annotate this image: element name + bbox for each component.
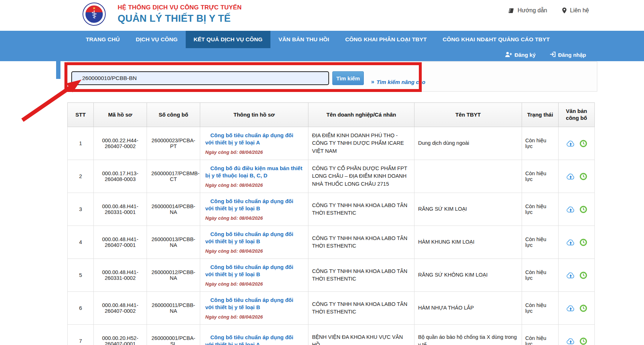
history-icon[interactable] [580, 206, 587, 213]
dossier-link[interactable]: Công bố đủ điều kiện mua bán thiết bị y … [205, 165, 303, 180]
cell-thong-tin: Công bố tiêu chuẩn áp dụng đối với thiết… [200, 259, 308, 292]
site-title: QUẢN LÝ THIẾT BỊ Y TẾ [118, 13, 242, 24]
cloud-download-icon[interactable] [566, 272, 575, 279]
cell-doanh-nghiep: BỆNH VIỆN ĐA KHOA KHU VỰC VÂN HỒ [308, 325, 414, 345]
cell-trang-thai: Còn hiệu lực [522, 325, 559, 345]
table-row: 3000.00.48.H41-260331-0001260000014/PCBB… [68, 193, 595, 226]
search-panel: Tìm kiếm » Tìm kiếm nâng cao [67, 62, 597, 92]
nav-item-1[interactable]: DỊCH VỤ CÔNG [128, 31, 186, 48]
cell-thong-tin: Công bố tiêu chuẩn áp dụng đối với thiết… [200, 193, 308, 226]
header-link-0[interactable]: Hướng dẫn [508, 7, 547, 14]
dossier-link[interactable]: Công bố tiêu chuẩn áp dụng đối với thiết… [205, 334, 303, 345]
search-button[interactable]: Tìm kiếm [332, 71, 364, 85]
account-link-1[interactable]: Đăng nhập [550, 51, 586, 58]
column-header-1: Mã hồ sơ [94, 103, 147, 127]
table-row: 2000.00.17.H13-260408-0003260000017/PCBM… [68, 160, 595, 193]
cell-thong-tin: Công bố tiêu chuẩn áp dụng đối với thiết… [200, 325, 308, 345]
header-links: Hướng dẫnLiên hệ [508, 7, 589, 14]
cloud-download-icon[interactable] [566, 140, 575, 147]
cell-ten-tbyt: HÀM KHUNG KIM LOẠI [414, 226, 522, 259]
blue-edge-decoration [56, 61, 60, 79]
dossier-link[interactable]: Công bố tiêu chuẩn áp dụng đối với thiết… [205, 296, 303, 311]
cloud-download-icon[interactable] [566, 206, 575, 213]
cell-van-ban [559, 127, 595, 160]
cell-stt: 4 [68, 226, 94, 259]
cell-ten-tbyt: Bộ quần áo bảo hộ chống tia X dùng trong… [414, 325, 522, 345]
advanced-search-label: Tìm kiếm nâng cao [376, 79, 425, 85]
publish-date: Ngày công bố: 08/04/2026 [205, 182, 303, 188]
column-header-3: Thông tin hồ sơ [200, 103, 308, 127]
column-header-2: Số công bố [147, 103, 200, 127]
cloud-download-icon[interactable] [566, 338, 575, 345]
user-plus-icon [505, 51, 512, 58]
column-header-4: Tên doanh nghiệp/Cá nhân [308, 103, 414, 127]
nav-item-4[interactable]: CÔNG KHAI PHÂN LOẠI TBYT [337, 31, 434, 48]
book-icon [508, 8, 514, 14]
cell-stt: 3 [68, 193, 94, 226]
cell-van-ban [559, 193, 595, 226]
advanced-search-link[interactable]: » Tìm kiếm nâng cao [371, 79, 425, 85]
cell-doanh-nghiep: CÔNG TY TNHH NHA KHOA LABO TÂN THỜI ESTH… [308, 193, 414, 226]
cloud-download-icon[interactable] [566, 239, 575, 246]
cell-so-cong-bo: 260000014/PCBB-NA [147, 193, 200, 226]
dossier-link[interactable]: Công bố tiêu chuẩn áp dụng đối với thiết… [205, 198, 303, 213]
nav-menu: TRANG CHỦDỊCH VỤ CÔNGKẾT QUẢ DỊCH VỤ CÔN… [78, 31, 558, 48]
account-link-label: Đăng nhập [558, 52, 586, 58]
account-link-0[interactable]: Đăng ký [505, 51, 535, 58]
cell-van-ban [559, 259, 595, 292]
cell-ma-ho-so: 000.00.48.H41-260331-0001 [94, 193, 147, 226]
cell-ma-ho-so: 000.00.22.H44-260407-0002 [94, 127, 147, 160]
double-chevron-icon: » [371, 79, 374, 85]
cell-trang-thai: Còn hiệu lực [522, 193, 559, 226]
publish-date: Ngày công bố: 08/04/2026 [205, 215, 303, 221]
nav-item-0[interactable]: TRANG CHỦ [78, 31, 128, 48]
dossier-link[interactable]: Công bố tiêu chuẩn áp dụng đối với thiết… [205, 264, 303, 278]
dossier-link[interactable]: Công bố tiêu chuẩn áp dụng đối với thiết… [205, 132, 303, 147]
dossier-link[interactable]: Công bố tiêu chuẩn áp dụng đối với thiết… [205, 231, 303, 245]
cell-so-cong-bo: 260000013/PCBB-NA [147, 226, 200, 259]
nav-item-2[interactable]: KẾT QUẢ DỊCH VỤ CÔNG [186, 31, 271, 48]
cell-ma-ho-so: 000.00.48.H41-260407-0001 [94, 226, 147, 259]
ministry-of-health-logo: ★ ⚕ [83, 3, 106, 26]
cell-van-ban [559, 292, 595, 325]
cell-van-ban [559, 160, 595, 193]
logo-emblem: ★ ⚕ [85, 5, 103, 23]
table-row: 6000.00.48.H41-260407-0002260000011/PCBB… [68, 292, 595, 325]
history-icon[interactable] [580, 140, 587, 147]
cloud-download-icon[interactable] [566, 173, 575, 180]
cell-doanh-nghiep: CÔNG TY CỔ PHẦN DƯỢC PHẨM FPT LONG CHÂU … [308, 160, 414, 193]
cell-ten-tbyt: HÀM NHỰA THÁO LẮP [414, 292, 522, 325]
cell-ma-ho-so: 000.00.48.H41-260407-0002 [94, 292, 147, 325]
cell-so-cong-bo: 260000011/PCBB-NA [147, 292, 200, 325]
cloud-download-icon[interactable] [566, 305, 575, 312]
cell-ten-tbyt: RĂNG SỨ KHÔNG KIM LOẠI [414, 259, 522, 292]
history-icon[interactable] [580, 337, 587, 345]
cell-van-ban [559, 325, 595, 345]
cell-so-cong-bo: 260000017/PCBMB-CT [147, 160, 200, 193]
cell-so-cong-bo: 260000001/PCBA-SL [147, 325, 200, 345]
cell-trang-thai: Còn hiệu lực [522, 226, 559, 259]
site-subtitle: HỆ THỐNG DỊCH VỤ CÔNG TRỰC TUYẾN [118, 4, 242, 11]
cell-stt: 7 [68, 325, 94, 345]
search-input[interactable] [71, 71, 329, 85]
cell-so-cong-bo: 260000023/PCBA-PT [147, 127, 200, 160]
header-link-1[interactable]: Liên hệ [562, 7, 589, 14]
main-navbar: TRANG CHỦDỊCH VỤ CÔNGKẾT QUẢ DỊCH VỤ CÔN… [0, 31, 644, 61]
column-header-6: Trạng thái [522, 103, 559, 127]
header-link-label: Liên hệ [570, 7, 589, 14]
table-row: 4000.00.48.H41-260407-0001260000013/PCBB… [68, 226, 595, 259]
nav-item-5[interactable]: CÔNG KHAI ND&HT QUẢNG CÁO TBYT [435, 31, 558, 48]
history-icon[interactable] [580, 272, 587, 279]
cell-ma-ho-so: 000.00.20.H52-260407-0001 [94, 325, 147, 345]
history-icon[interactable] [580, 173, 587, 180]
cell-ma-ho-so: 000.00.48.H41-260331-0002 [94, 259, 147, 292]
table-row: 7000.00.20.H52-260407-0001260000001/PCBA… [68, 325, 595, 345]
top-header: ★ ⚕ HỆ THỐNG DỊCH VỤ CÔNG TRỰC TUYẾN QUẢ… [0, 0, 644, 31]
column-header-5: Tên TBYT [414, 103, 522, 127]
cell-thong-tin: Công bố tiêu chuẩn áp dụng đối với thiết… [200, 226, 308, 259]
history-icon[interactable] [580, 239, 587, 246]
nav-item-3[interactable]: VĂN BẢN THU HỒI [270, 31, 337, 48]
account-links: Đăng kýĐăng nhập [505, 48, 586, 61]
history-icon[interactable] [580, 304, 587, 312]
publish-date: Ngày công bố: 08/04/2026 [205, 150, 303, 155]
